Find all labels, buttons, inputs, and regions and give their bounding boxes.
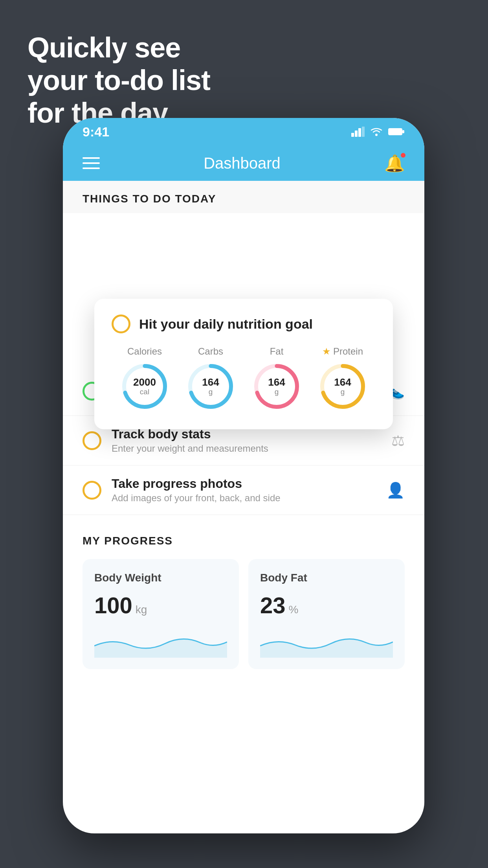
wave-chart bbox=[94, 626, 227, 658]
nutrition-card-header: Hit your daily nutrition goal bbox=[112, 314, 376, 333]
progress-unit: % bbox=[289, 603, 299, 616]
notification-dot bbox=[400, 152, 406, 158]
progress-title: MY PROGRESS bbox=[83, 535, 405, 547]
todo-item-icon: ⚖ bbox=[391, 432, 405, 449]
phone-shell: 9:41 D bbox=[63, 118, 424, 833]
wave-chart bbox=[260, 626, 393, 658]
todo-item-icon: 👤 bbox=[386, 482, 405, 499]
status-icons bbox=[351, 127, 405, 137]
progress-unit: kg bbox=[136, 603, 147, 616]
nutrition-item-carbs: Carbs164g bbox=[185, 346, 236, 412]
status-bar: 9:41 bbox=[63, 118, 424, 145]
progress-card[interactable]: Body Fat23% bbox=[248, 559, 405, 669]
todo-text: Track body statsEnter your weight and me… bbox=[112, 427, 381, 454]
progress-num: 100 bbox=[94, 592, 132, 618]
svg-rect-3 bbox=[362, 127, 365, 137]
svg-point-4 bbox=[375, 134, 378, 136]
nutrition-radio[interactable] bbox=[112, 314, 130, 333]
bell-button[interactable]: 🔔 bbox=[384, 154, 405, 173]
progress-cards: Body Weight100kgBody Fat23% bbox=[83, 559, 405, 669]
todo-radio[interactable] bbox=[83, 431, 101, 450]
nutrition-card: Hit your daily nutrition goal Calories20… bbox=[94, 299, 393, 429]
nutrition-card-title: Hit your daily nutrition goal bbox=[139, 316, 313, 332]
svg-rect-6 bbox=[402, 130, 404, 133]
things-title: THINGS TO DO TODAY bbox=[83, 193, 405, 205]
todo-item[interactable]: Take progress photosAdd images of your f… bbox=[63, 465, 424, 515]
nutrition-item-fat: Fat164g bbox=[251, 346, 302, 412]
battery-icon bbox=[388, 127, 405, 136]
progress-card-title: Body Weight bbox=[94, 572, 227, 584]
progress-card[interactable]: Body Weight100kg bbox=[83, 559, 239, 669]
wifi-icon bbox=[370, 127, 383, 136]
hero-text: Quickly see your to-do list for the day. bbox=[28, 31, 210, 129]
nutrition-item-calories: Calories2000cal bbox=[119, 346, 170, 412]
status-time: 9:41 bbox=[83, 124, 109, 140]
nutrition-item-protein: ★Protein164g bbox=[317, 346, 368, 412]
svg-rect-5 bbox=[388, 128, 402, 135]
nav-title: Dashboard bbox=[204, 154, 281, 172]
svg-rect-1 bbox=[355, 131, 358, 137]
things-section-header: THINGS TO DO TODAY bbox=[63, 181, 424, 213]
todo-radio[interactable] bbox=[83, 481, 101, 500]
hero-line1: Quickly see bbox=[28, 31, 210, 64]
todo-text: Take progress photosAdd images of your f… bbox=[112, 476, 376, 504]
progress-card-title: Body Fat bbox=[260, 572, 393, 584]
nav-bar: Dashboard 🔔 bbox=[63, 145, 424, 181]
progress-section: MY PROGRESS Body Weight100kgBody Fat23% bbox=[63, 515, 424, 669]
progress-num: 23 bbox=[260, 592, 286, 618]
signal-icon bbox=[351, 127, 365, 137]
nutrition-circles: Calories2000calCarbs164gFat164g★Protein1… bbox=[112, 346, 376, 412]
svg-rect-2 bbox=[358, 128, 361, 137]
hero-line2: your to-do list bbox=[28, 64, 210, 97]
menu-button[interactable] bbox=[83, 157, 100, 169]
svg-rect-0 bbox=[351, 133, 354, 137]
